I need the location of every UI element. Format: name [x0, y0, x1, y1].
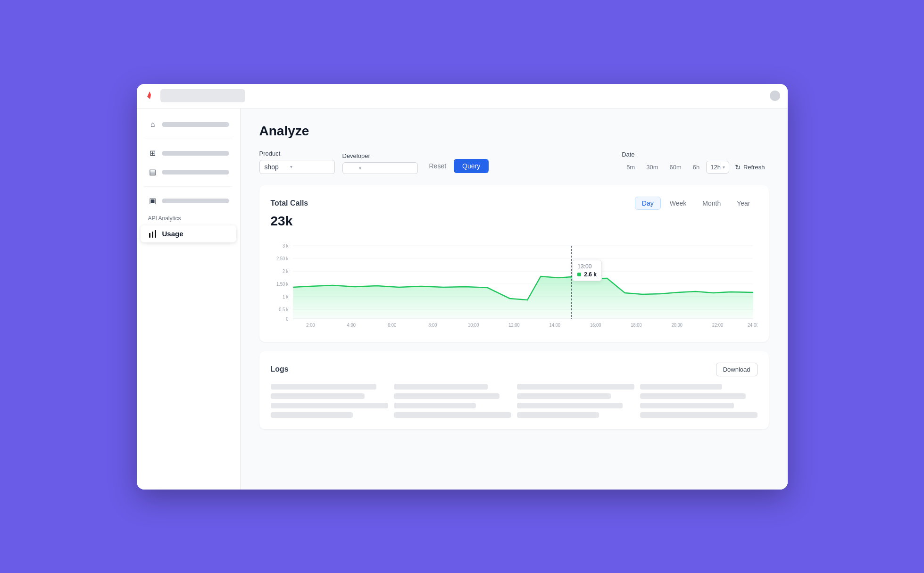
sidebar-item-storage[interactable]: ▤	[141, 164, 236, 181]
chevron-down-icon: ▾	[290, 164, 292, 169]
storage-icon: ▤	[148, 167, 158, 177]
sidebar-item-usage[interactable]: Usage	[141, 225, 236, 242]
sidebar-item-dashboard[interactable]: ⊞	[141, 145, 236, 162]
page-title: Analyze	[259, 124, 769, 139]
skeleton-bar	[271, 403, 388, 408]
skeleton-col-4	[640, 384, 758, 418]
period-tab-month[interactable]: Month	[695, 197, 728, 210]
svg-text:3 k: 3 k	[283, 243, 289, 248]
date-option-5m[interactable]: 5m	[622, 161, 640, 173]
sidebar-label	[162, 151, 229, 156]
chevron-down-icon-2: ▾	[359, 166, 361, 171]
skeleton-bar	[394, 384, 488, 390]
svg-text:0.5 k: 0.5 k	[279, 307, 288, 312]
product-label: Product	[259, 150, 335, 157]
svg-text:0: 0	[286, 316, 289, 321]
svg-text:10:00: 10:00	[467, 322, 479, 327]
svg-text:16:00: 16:00	[590, 322, 601, 327]
skeleton-bar	[517, 393, 611, 399]
skeleton-bar	[517, 403, 623, 408]
svg-text:1.50 k: 1.50 k	[276, 281, 288, 286]
sidebar: ⌂ ⊞ ▤ ▣ API Analytics	[137, 108, 241, 490]
chart-header: Total Calls Day Week Month Year	[271, 197, 758, 210]
svg-text:20:00: 20:00	[671, 322, 683, 327]
logs-skeleton	[271, 384, 758, 418]
period-tab-week[interactable]: Week	[663, 197, 694, 210]
refresh-icon: ↻	[735, 163, 741, 172]
sidebar-label	[162, 199, 229, 203]
main-content: Analyze Product shop ▾ Developer ▾	[241, 108, 788, 490]
query-button[interactable]: Query	[454, 159, 489, 173]
sidebar-divider	[144, 139, 233, 139]
svg-marker-0	[148, 91, 151, 95]
skeleton-bar	[640, 393, 746, 399]
svg-text:22:00: 22:00	[712, 322, 723, 327]
svg-text:12:00: 12:00	[508, 322, 520, 327]
svg-marker-1	[147, 95, 151, 99]
skeleton-bar	[640, 412, 758, 418]
date-options: 5m 30m 60m 6h 12h ▾ ↻ Refresh	[622, 161, 768, 174]
svg-rect-3	[152, 232, 153, 238]
svg-text:4:00: 4:00	[347, 322, 356, 327]
date-label: Date	[622, 151, 768, 158]
period-tab-year[interactable]: Year	[730, 197, 757, 210]
app-logo	[144, 91, 155, 101]
skeleton-col-3	[517, 384, 634, 418]
reset-button[interactable]: Reset	[425, 159, 450, 173]
chart-icon	[148, 229, 158, 239]
skeleton-bar	[271, 384, 376, 390]
period-tab-day[interactable]: Day	[635, 197, 661, 210]
skeleton-bar	[271, 412, 353, 418]
svg-text:1 k: 1 k	[283, 294, 289, 299]
chevron-down-icon-3: ▾	[723, 165, 725, 170]
grid-icon: ⊞	[148, 149, 158, 158]
app-layout: ⌂ ⊞ ▤ ▣ API Analytics	[137, 108, 788, 490]
product-select[interactable]: shop ▾	[259, 160, 335, 174]
skeleton-bar	[640, 403, 734, 408]
total-count: 23k	[271, 214, 758, 229]
section-label: API Analytics	[137, 211, 240, 224]
chart-container: 3 k 2.50 k 2 k 1.50 k 1 k 0.5 k 0	[271, 236, 758, 331]
browser-bar	[137, 84, 788, 108]
date-option-12h[interactable]: 12h ▾	[706, 161, 729, 174]
line-chart: 3 k 2.50 k 2 k 1.50 k 1 k 0.5 k 0	[271, 236, 758, 331]
chart-title: Total Calls	[271, 199, 308, 208]
browser-action	[770, 91, 780, 101]
date-option-6h[interactable]: 6h	[688, 161, 704, 173]
download-button[interactable]: Download	[716, 363, 758, 376]
sidebar-divider-2	[144, 186, 233, 187]
logs-card: Logs Download	[259, 351, 769, 429]
skeleton-col-1	[271, 384, 388, 418]
sidebar-item-label: Usage	[162, 230, 183, 238]
developer-filter-group: Developer ▾	[342, 152, 418, 174]
skeleton-bar	[394, 403, 476, 408]
sidebar-item-layout[interactable]: ▣	[141, 192, 236, 209]
sidebar-item-home[interactable]: ⌂	[141, 116, 236, 133]
filter-actions: Reset Query	[425, 159, 489, 174]
date-option-60m[interactable]: 60m	[665, 161, 686, 173]
layout-icon: ▣	[148, 196, 158, 206]
developer-label: Developer	[342, 152, 418, 159]
refresh-button[interactable]: ↻ Refresh	[731, 161, 769, 174]
sidebar-label	[162, 170, 229, 174]
svg-text:24:00: 24:00	[747, 322, 757, 327]
skeleton-bar	[517, 384, 634, 390]
svg-rect-2	[149, 233, 150, 238]
developer-select[interactable]: ▾	[342, 162, 418, 174]
date-controls: Date 5m 30m 60m 6h 12h ▾ ↻ Refresh	[622, 151, 768, 174]
skeleton-col-2	[394, 384, 511, 418]
skeleton-bar	[271, 393, 365, 399]
home-icon: ⌂	[148, 120, 158, 129]
date-option-30m[interactable]: 30m	[641, 161, 663, 173]
browser-window: ⌂ ⊞ ▤ ▣ API Analytics	[137, 84, 788, 490]
sidebar-label	[162, 122, 229, 127]
svg-text:6:00: 6:00	[387, 322, 396, 327]
url-bar[interactable]	[160, 89, 245, 102]
filters-row: Product shop ▾ Developer ▾ Reset Query	[259, 150, 769, 174]
skeleton-bar	[394, 393, 499, 399]
skeleton-bar	[640, 384, 722, 390]
svg-text:18:00: 18:00	[631, 322, 642, 327]
svg-text:2.50 k: 2.50 k	[276, 256, 288, 261]
svg-text:2:00: 2:00	[306, 322, 315, 327]
period-tabs: Day Week Month Year	[635, 197, 758, 210]
